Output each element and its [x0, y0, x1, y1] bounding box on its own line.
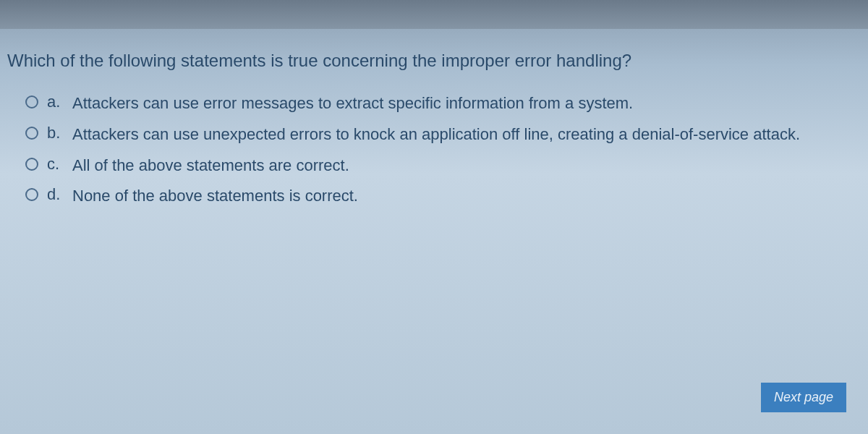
option-text-c: All of the above statements are correct.: [72, 155, 364, 177]
radio-b[interactable]: [25, 127, 38, 140]
option-letter-b: b.: [47, 124, 72, 142]
option-letter-c: c.: [47, 155, 72, 174]
option-b[interactable]: b. Attackers can use unexpected errors t…: [25, 124, 861, 146]
button-container: Next page: [761, 383, 846, 412]
radio-c[interactable]: [25, 158, 38, 171]
option-letter-a: a.: [47, 93, 72, 111]
radio-a[interactable]: [25, 95, 38, 109]
top-bar: [0, 0, 868, 29]
option-a[interactable]: a. Attackers can use error messages to e…: [25, 93, 861, 115]
option-text-d: None of the above statements is correct.: [72, 185, 373, 208]
question-text: Which of the following statements is tru…: [7, 51, 861, 71]
option-text-a: Attackers can use error messages to extr…: [72, 93, 647, 115]
option-d[interactable]: d. None of the above statements is corre…: [25, 185, 861, 208]
next-page-button[interactable]: Next page: [761, 383, 846, 412]
option-c[interactable]: c. All of the above statements are corre…: [25, 155, 861, 177]
question-content: Which of the following statements is tru…: [0, 29, 868, 224]
options-container: a. Attackers can use error messages to e…: [7, 93, 861, 208]
radio-d[interactable]: [25, 188, 38, 201]
option-text-b: Attackers can use unexpected errors to k…: [72, 124, 814, 146]
option-letter-d: d.: [47, 185, 72, 204]
